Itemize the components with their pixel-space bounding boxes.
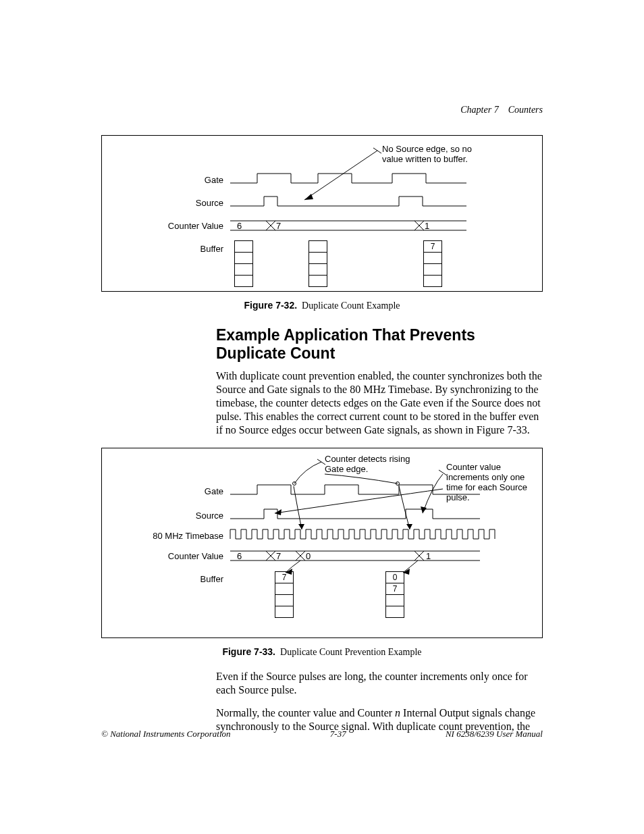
svg-marker-14 [406, 524, 412, 529]
fig33-caption-text: Duplicate Count Prevention Example [280, 647, 422, 657]
footer-right: NI 6238/6239 User Manual [446, 729, 543, 739]
section-heading: Example Application That Prevents Duplic… [216, 326, 543, 363]
page-footer: © National Instruments Corporation 7-37 … [101, 729, 543, 739]
svg-line-9 [317, 459, 325, 465]
footer-left: © National Instruments Corporation [101, 729, 231, 739]
paragraph-1: With duplicate count prevention enabled,… [216, 369, 543, 437]
figure-7-33: Gate Source 80 MHz Timebase Counter Valu… [101, 448, 543, 638]
header-title: Counters [508, 105, 543, 115]
fig32-caption-text: Duplicate Count Example [302, 301, 400, 311]
fig33-svg [102, 448, 541, 637]
svg-marker-11 [275, 509, 281, 515]
svg-marker-13 [298, 524, 304, 529]
fig33-caption-num: Figure 7-33. [222, 646, 275, 657]
svg-line-12 [439, 470, 447, 475]
header-chapter: Chapter 7 [460, 105, 498, 115]
fig33-caption: Figure 7-33. Duplicate Count Prevention … [101, 646, 543, 658]
fig32-svg [102, 136, 541, 291]
svg-marker-10 [421, 506, 427, 513]
footer-center: 7-37 [330, 729, 346, 739]
svg-line-2 [304, 151, 377, 200]
paragraph-2: Even if the Source pulses are long, the … [216, 670, 543, 697]
figure-7-32: Gate Source Counter Value Buffer No Sour… [101, 135, 543, 292]
fig32-caption-num: Figure 7-32. [244, 300, 297, 311]
running-header: Chapter 7 Counters [460, 105, 543, 115]
fig32-caption: Figure 7-32. Duplicate Count Example [101, 300, 543, 311]
counter-n-italic: n [395, 707, 400, 719]
